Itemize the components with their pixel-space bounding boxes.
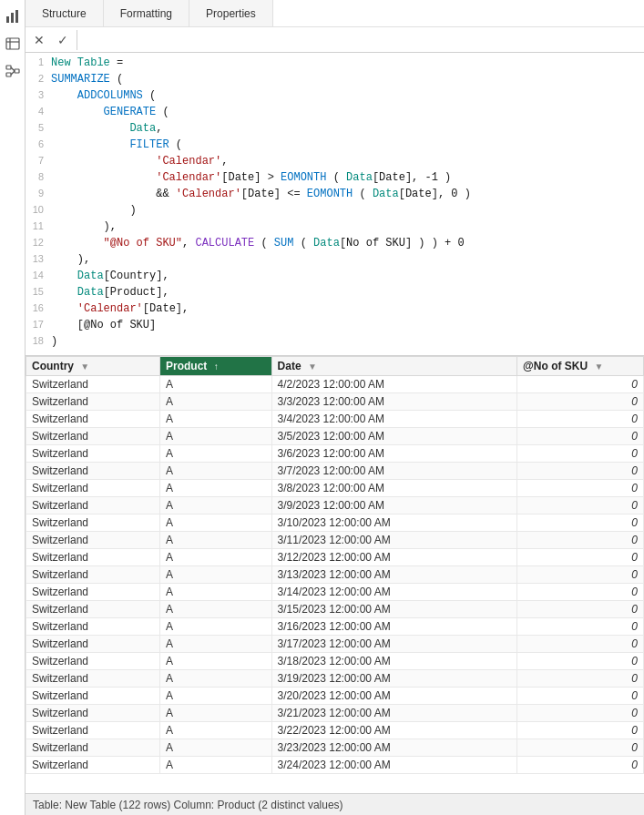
- cell-country: Switzerland: [26, 393, 160, 411]
- svg-line-9: [11, 67, 15, 71]
- main-content: Structure Formatting Properties ✕ ✓ 1 Ne…: [26, 0, 644, 815]
- code-line-1: 1 New Table =: [26, 56, 644, 73]
- cell-sku: 0: [517, 653, 644, 670]
- code-line-18: 18 ): [26, 335, 644, 351]
- top-tabs: Structure Formatting Properties: [26, 0, 644, 27]
- cell-country: Switzerland: [26, 688, 160, 705]
- chart-icon[interactable]: [4, 7, 22, 25]
- cell-country: Switzerland: [26, 514, 160, 532]
- data-table-container[interactable]: Country ▼ Product ↑ Date ▼ @No of SKU ▼ …: [26, 356, 644, 793]
- svg-rect-0: [6, 16, 9, 23]
- cell-date: 3/14/2023 12:00:00 AM: [271, 584, 517, 601]
- cell-date: 3/23/2023 12:00:00 AM: [271, 739, 517, 757]
- cell-date: 3/19/2023 12:00:00 AM: [271, 670, 517, 688]
- cell-product: A: [160, 549, 272, 566]
- code-line-16: 16 'Calendar'[Date],: [26, 302, 644, 319]
- relation-icon[interactable]: [4, 62, 22, 80]
- cell-sku: 0: [517, 549, 644, 566]
- tab-structure[interactable]: Structure: [26, 0, 104, 26]
- column-header-date[interactable]: Date ▼: [271, 357, 517, 376]
- formula-bar: ✕ ✓: [26, 27, 644, 53]
- cell-sku: 0: [517, 376, 644, 393]
- cell-country: Switzerland: [26, 722, 160, 739]
- cell-country: Switzerland: [26, 757, 160, 774]
- sort-icon-product[interactable]: ↑: [214, 362, 219, 372]
- tab-formatting[interactable]: Formatting: [104, 0, 189, 26]
- cell-product: A: [160, 688, 272, 705]
- code-line-2: 2 SUMMARIZE (: [26, 73, 644, 89]
- code-line-14: 14 Data[Country],: [26, 270, 644, 286]
- cell-product: A: [160, 618, 272, 636]
- cell-date: 3/3/2023 12:00:00 AM: [271, 393, 517, 411]
- cell-date: 3/22/2023 12:00:00 AM: [271, 722, 517, 739]
- cell-date: 4/2/2023 12:00:00 AM: [271, 376, 517, 393]
- cell-sku: 0: [517, 393, 644, 411]
- table-row: SwitzerlandA3/17/2023 12:00:00 AM0: [26, 636, 644, 653]
- cell-country: Switzerland: [26, 463, 160, 480]
- table-row: SwitzerlandA3/12/2023 12:00:00 AM0: [26, 549, 644, 566]
- confirm-button[interactable]: ✓: [53, 30, 73, 50]
- code-line-12: 12 "@No of SKU", CALCULATE ( SUM ( Data[…: [26, 237, 644, 253]
- code-line-17: 17 [@No of SKU]: [26, 319, 644, 335]
- table-icon[interactable]: [4, 35, 22, 53]
- filter-icon-date[interactable]: ▼: [308, 362, 317, 372]
- formula-bar-buttons: ✕ ✓: [29, 30, 77, 50]
- code-line-8: 8 'Calendar'[Date] > EOMONTH ( Data[Date…: [26, 171, 644, 188]
- cell-sku: 0: [517, 411, 644, 428]
- cell-date: 3/13/2023 12:00:00 AM: [271, 566, 517, 584]
- cell-product: A: [160, 739, 272, 757]
- cell-country: Switzerland: [26, 480, 160, 497]
- code-editor[interactable]: 1 New Table = 2 SUMMARIZE ( 3 ADDCOLUMNS…: [26, 53, 644, 356]
- table-row: SwitzerlandA3/7/2023 12:00:00 AM0: [26, 463, 644, 480]
- cell-sku: 0: [517, 739, 644, 757]
- table-row: SwitzerlandA3/13/2023 12:00:00 AM0: [26, 566, 644, 584]
- svg-rect-7: [6, 73, 11, 76]
- table-row: SwitzerlandA3/11/2023 12:00:00 AM0: [26, 532, 644, 549]
- table-row: SwitzerlandA3/6/2023 12:00:00 AM0: [26, 445, 644, 463]
- cancel-button[interactable]: ✕: [29, 30, 49, 50]
- table-row: SwitzerlandA3/15/2023 12:00:00 AM0: [26, 601, 644, 618]
- cell-sku: 0: [517, 532, 644, 549]
- filter-icon-sku[interactable]: ▼: [594, 362, 603, 372]
- cell-country: Switzerland: [26, 376, 160, 393]
- cell-country: Switzerland: [26, 705, 160, 722]
- table-row: SwitzerlandA3/20/2023 12:00:00 AM0: [26, 688, 644, 705]
- column-header-product[interactable]: Product ↑: [160, 357, 272, 376]
- cell-country: Switzerland: [26, 653, 160, 670]
- cell-country: Switzerland: [26, 670, 160, 688]
- cell-date: 3/9/2023 12:00:00 AM: [271, 497, 517, 514]
- cell-product: A: [160, 653, 272, 670]
- cell-product: A: [160, 428, 272, 445]
- code-line-13: 13 ),: [26, 253, 644, 270]
- data-table: Country ▼ Product ↑ Date ▼ @No of SKU ▼ …: [26, 356, 644, 774]
- cell-date: 3/5/2023 12:00:00 AM: [271, 428, 517, 445]
- cell-sku: 0: [517, 757, 644, 774]
- cell-product: A: [160, 411, 272, 428]
- table-row: SwitzerlandA3/18/2023 12:00:00 AM0: [26, 653, 644, 670]
- cell-product: A: [160, 705, 272, 722]
- cell-country: Switzerland: [26, 549, 160, 566]
- cell-date: 3/24/2023 12:00:00 AM: [271, 757, 517, 774]
- cell-date: 3/18/2023 12:00:00 AM: [271, 653, 517, 670]
- table-row: SwitzerlandA3/16/2023 12:00:00 AM0: [26, 618, 644, 636]
- cell-product: A: [160, 376, 272, 393]
- filter-icon-country[interactable]: ▼: [80, 362, 89, 372]
- cell-country: Switzerland: [26, 532, 160, 549]
- cell-product: A: [160, 757, 272, 774]
- tab-properties[interactable]: Properties: [189, 0, 273, 26]
- cell-country: Switzerland: [26, 411, 160, 428]
- table-row: SwitzerlandA3/22/2023 12:00:00 AM0: [26, 722, 644, 739]
- cell-sku: 0: [517, 670, 644, 688]
- table-row: SwitzerlandA3/10/2023 12:00:00 AM0: [26, 514, 644, 532]
- cell-product: A: [160, 601, 272, 618]
- column-header-sku[interactable]: @No of SKU ▼: [517, 357, 644, 376]
- cell-sku: 0: [517, 584, 644, 601]
- column-header-country[interactable]: Country ▼: [26, 357, 160, 376]
- svg-rect-8: [15, 69, 19, 73]
- status-text: Table: New Table (122 rows) Column: Prod…: [33, 799, 343, 811]
- cell-date: 3/21/2023 12:00:00 AM: [271, 705, 517, 722]
- cell-product: A: [160, 722, 272, 739]
- cell-product: A: [160, 463, 272, 480]
- svg-line-10: [11, 71, 15, 75]
- table-row: SwitzerlandA3/23/2023 12:00:00 AM0: [26, 739, 644, 757]
